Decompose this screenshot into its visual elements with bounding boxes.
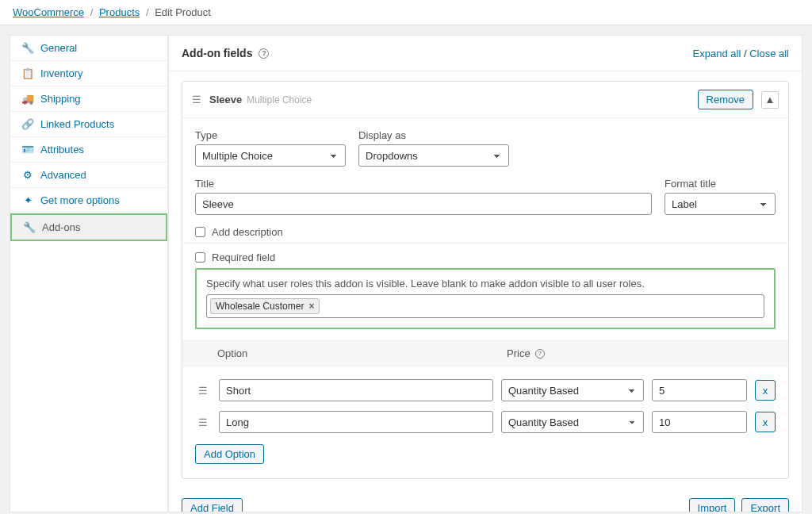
sidebar-item-linked-products[interactable]: 🔗 Linked Products [10,112,167,137]
sidebar-item-addons[interactable]: 🔧 Add-ons [10,213,167,241]
title-label: Title [195,178,652,190]
remove-option-button[interactable]: x [755,380,776,401]
add-field-button[interactable]: Add Field [182,498,243,512]
option-price-input[interactable] [652,379,747,401]
gear-icon: ⚙ [21,169,34,181]
help-icon[interactable]: ? [259,48,269,59]
breadcrumb-current: Edit Product [155,6,211,18]
breadcrumb-woocommerce[interactable]: WooCommerce [13,6,84,18]
sidebar-item-label: General [40,42,77,54]
visible-roles-section: Specify what user roles this addon is vi… [195,268,776,329]
close-all-link[interactable]: Close all [749,48,789,59]
options-header: Option Price ? [182,340,788,366]
wrench-icon: 🔧 [23,221,36,233]
id-icon: 🪪 [21,144,34,155]
format-title-select[interactable]: Label [665,193,776,215]
sidebar-item-label: Inventory [40,67,82,79]
addons-panel: Add-on fields ? Expand all / Close all ☰… [168,35,802,512]
remove-button[interactable]: Remove [698,90,753,109]
required-field-checkbox[interactable] [195,252,205,263]
option-price-type-select[interactable]: Quantity Based [501,411,644,433]
sidebar-item-general[interactable]: 🔧 General [10,36,167,61]
export-button[interactable]: Export [741,498,789,512]
import-button[interactable]: Import [689,498,736,512]
breadcrumb-products[interactable]: Products [99,6,140,18]
option-name-input[interactable] [219,411,493,433]
sidebar-item-advanced[interactable]: ⚙ Advanced [10,163,167,188]
drag-handle-icon[interactable]: ☰ [195,416,211,428]
option-row: ☰ Quantity Based x [195,374,776,406]
clipboard-icon: 📋 [21,67,34,79]
role-tag: Wholesale Customer × [210,298,320,314]
truck-icon: 🚚 [21,93,34,105]
sidebar-item-label: Linked Products [40,118,114,130]
addon-field-panel: ☰ Sleeve Multiple Choice Remove ▲ Type M… [182,81,789,479]
display-as-label: Display as [358,129,509,141]
option-price-type-select[interactable]: Quantity Based [501,379,644,401]
sidebar-item-attributes[interactable]: 🪪 Attributes [10,137,167,163]
option-price-input[interactable] [652,411,747,433]
roles-input[interactable]: Wholesale Customer × [206,294,764,318]
type-label: Type [195,129,346,141]
drag-handle-icon[interactable]: ☰ [192,94,201,105]
price-column-label: Price [507,347,530,359]
title-input[interactable] [195,193,652,215]
expand-all-link[interactable]: Expand all [693,48,741,59]
sidebar-item-label: Add-ons [42,221,80,233]
wrench-icon: 🔧 [21,42,34,54]
plus-icon: ✦ [21,194,34,206]
sidebar-item-label: Get more options [40,194,120,206]
page-title: Add-on fields ? [182,47,269,59]
sidebar-item-label: Attributes [40,144,84,155]
add-description-label: Add description [212,226,283,238]
remove-tag-icon[interactable]: × [308,301,314,312]
type-select[interactable]: Multiple Choice [195,144,346,167]
addon-name: Sleeve [209,94,242,105]
sidebar-item-label: Advanced [40,169,86,181]
link-icon: 🔗 [21,118,34,130]
display-as-select[interactable]: Dropdowns [358,144,509,167]
add-option-button[interactable]: Add Option [195,444,264,464]
sidebar-item-label: Shipping [40,93,81,105]
remove-option-button[interactable]: x [755,412,776,432]
sidebar-item-get-more-options[interactable]: ✦ Get more options [10,188,167,213]
breadcrumb: WooCommerce / Products / Edit Product [0,0,812,25]
option-column-label: Option [217,347,507,359]
roles-hint: Specify what user roles this addon is vi… [206,278,764,290]
addon-subtitle: Multiple Choice [247,94,312,105]
required-field-label: Required field [212,251,275,263]
product-data-tabs: 🔧 General 📋 Inventory 🚚 Shipping 🔗 Linke… [10,35,168,512]
format-title-label: Format title [665,178,776,190]
add-description-checkbox[interactable] [195,227,205,237]
option-name-input[interactable] [219,379,493,401]
option-row: ☰ Quantity Based x [195,406,776,438]
help-icon[interactable]: ? [535,349,545,359]
sidebar-item-inventory[interactable]: 📋 Inventory [10,61,167,86]
sidebar-item-shipping[interactable]: 🚚 Shipping [10,86,167,112]
drag-handle-icon[interactable]: ☰ [195,385,211,397]
collapse-toggle[interactable]: ▲ [761,91,779,109]
